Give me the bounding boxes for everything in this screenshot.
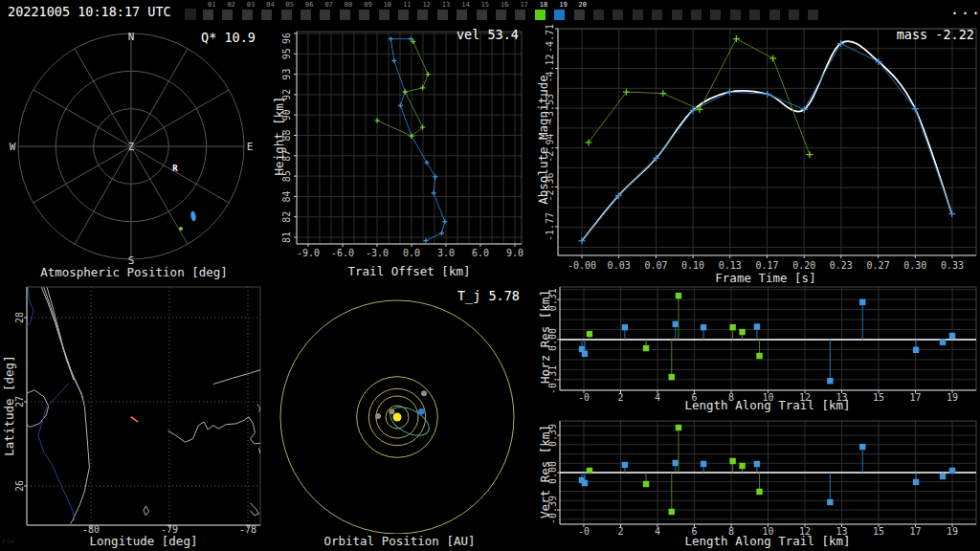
tab-label-09: 09	[364, 1, 371, 9]
plot-frame	[297, 32, 522, 244]
tab-14[interactable]	[457, 10, 467, 20]
horz-res-xlabel: Length Along Trail [km]	[622, 398, 913, 412]
watermark: rjw	[2, 538, 14, 545]
tab-label-08: 08	[345, 1, 352, 9]
trail-offset-xlabel: Trail Offset [km]	[297, 264, 522, 278]
tab-07[interactable]	[320, 10, 330, 20]
tab-20[interactable]	[574, 10, 585, 20]
app-window: 20221005 10:18:17 UTC ... 01020304050607…	[0, 0, 980, 551]
tab-empty	[672, 10, 682, 20]
tab-empty	[710, 10, 721, 20]
svg-text:-80: -80	[82, 524, 100, 533]
planet-venus	[375, 413, 381, 419]
tab-17[interactable]	[515, 10, 525, 20]
tab-11[interactable]	[398, 10, 409, 20]
tab-18[interactable]	[535, 10, 546, 20]
tab-empty	[808, 10, 818, 20]
tab-label-19: 19	[559, 1, 567, 9]
datetime-display: 20221005 10:18:17 UTC	[8, 4, 171, 19]
feature-river-north	[27, 287, 33, 327]
svg-text:-79: -79	[161, 524, 178, 533]
tab-16[interactable]	[496, 10, 506, 20]
orbital-caption: Orbital Position [AU]	[268, 534, 531, 548]
tab-13[interactable]	[437, 10, 448, 20]
svg-text:81: 81	[281, 231, 292, 243]
qstar-stat: Q* 10.9	[189, 30, 256, 45]
plus-markers	[585, 35, 813, 158]
svg-text:0.17: 0.17	[755, 260, 778, 271]
svg-text:19: 19	[947, 526, 958, 537]
tab-01[interactable]	[203, 10, 213, 20]
light-curve-plot: -0.000.030.070.100.130.170.200.230.270.3…	[531, 24, 980, 275]
svg-text:0.33: 0.33	[941, 260, 964, 271]
tab-empty	[652, 10, 662, 20]
svg-text:N: N	[128, 31, 135, 43]
tab-empty	[730, 10, 741, 20]
feature-bimini	[144, 506, 149, 516]
stems-blue	[579, 444, 955, 505]
svg-text:0.10: 0.10	[681, 260, 704, 271]
plus-markers	[389, 36, 447, 243]
svg-text:-0: -0	[578, 526, 590, 537]
longitude-xlabel: Longitude [deg]	[27, 534, 260, 548]
svg-text:E: E	[247, 141, 254, 153]
svg-text:0.0: 0.0	[403, 248, 420, 258]
tab-empty	[789, 10, 799, 20]
svg-text:0.23: 0.23	[830, 260, 853, 271]
tab-empty	[749, 10, 760, 20]
tab-label-03: 03	[247, 1, 255, 9]
tab-12[interactable]	[417, 10, 428, 20]
x-tick-labels: -0.000.030.070.100.130.170.200.230.270.3…	[568, 255, 964, 271]
series-station-2	[589, 39, 810, 155]
svg-text:0.13: 0.13	[719, 260, 742, 271]
stems-green	[587, 293, 763, 380]
tab-label-14: 14	[461, 1, 469, 9]
topbar: 20221005 10:18:17 UTC ... 01020304050607…	[0, 0, 980, 24]
tab-label-10: 10	[384, 1, 391, 9]
tab-19[interactable]	[554, 10, 565, 20]
tab-label-18: 18	[540, 1, 547, 9]
svg-text:Z: Z	[128, 142, 134, 152]
feature-lake-shore	[27, 390, 49, 428]
tab-label-12: 12	[422, 1, 430, 9]
feature-barrier-island-1	[44, 287, 83, 398]
ground-track-map: -80-79-78282726	[0, 282, 268, 533]
tab-03[interactable]	[242, 10, 253, 20]
tab-05[interactable]	[281, 10, 292, 20]
tab-label-13: 13	[442, 1, 450, 9]
svg-text:-9.0: -9.0	[297, 248, 320, 258]
feature-island-se	[250, 503, 258, 516]
svg-text:S: S	[128, 254, 135, 265]
latitude-ylabel: Latitude [deg]	[1, 310, 18, 501]
tab-15[interactable]	[477, 10, 487, 20]
map-features	[27, 287, 260, 523]
meteor-orbit	[386, 402, 434, 442]
planet-mars	[421, 390, 427, 396]
sun	[393, 413, 402, 422]
tab-label-06: 06	[305, 1, 313, 9]
planet-mercury	[389, 408, 394, 414]
tisserand-stat: T_j 5.78	[431, 288, 520, 303]
tab-09[interactable]	[359, 10, 369, 20]
svg-text:0.30: 0.30	[903, 260, 926, 271]
gridlines	[560, 287, 976, 390]
svg-text:W: W	[10, 141, 16, 153]
tab-08[interactable]	[340, 10, 350, 20]
stems-blue	[579, 299, 955, 385]
tab-10[interactable]	[379, 10, 390, 20]
tab-02[interactable]	[222, 10, 233, 20]
tab-label-17: 17	[520, 1, 527, 9]
tab-04[interactable]	[261, 10, 272, 20]
svg-text:-78: -78	[239, 524, 256, 533]
magnitude-ylabel: Absolute Magnitude	[535, 44, 552, 235]
tab-06[interactable]	[301, 10, 311, 20]
tab-label-02: 02	[227, 1, 234, 9]
detection-green	[179, 227, 183, 231]
gridlines	[27, 287, 260, 525]
svg-text:0.20: 0.20	[792, 260, 815, 271]
planet-earth	[418, 408, 425, 415]
overflow-menu-icon[interactable]: ...	[950, 1, 980, 18]
svg-text:0.27: 0.27	[867, 260, 890, 271]
series-station-1	[390, 39, 444, 241]
tab-label-15: 15	[481, 1, 489, 9]
